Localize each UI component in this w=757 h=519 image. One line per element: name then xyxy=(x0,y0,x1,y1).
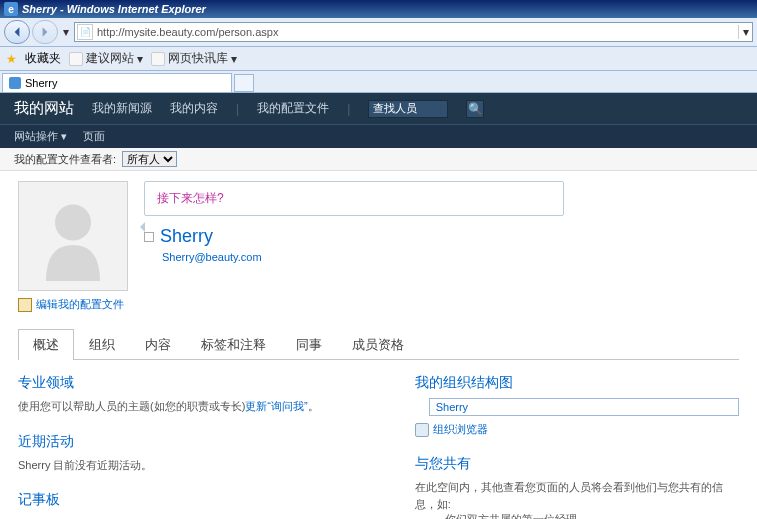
profile-content: 编辑我的配置文件 接下来怎样? Sherry Sherry@beauty.com… xyxy=(0,171,757,519)
favorites-star-icon[interactable]: ★ xyxy=(6,52,17,66)
filter-label: 我的配置文件查看者: xyxy=(14,152,116,167)
profile-tabs: 概述 组织 内容 标签和注释 同事 成员资格 xyxy=(18,328,739,360)
folder-icon xyxy=(69,52,83,66)
profile-email-link[interactable]: Sherry@beauty.com xyxy=(162,251,262,263)
window-titlebar: e Sherry - Windows Internet Explorer xyxy=(0,0,757,18)
slice-icon xyxy=(151,52,165,66)
tab-colleagues[interactable]: 同事 xyxy=(281,329,337,360)
favorites-bar: ★ 收藏夹 建议网站 ▾ 网页快讯库 ▾ xyxy=(0,47,757,71)
recent-heading: 近期活动 xyxy=(18,433,375,451)
browser-tab[interactable]: Sherry xyxy=(2,73,232,92)
separator: | xyxy=(236,102,239,116)
in-common-text: 在此空间内，其他查看您页面的人员将会看到他们与您共有的信息，如: xyxy=(415,479,739,512)
nav-newsfeed[interactable]: 我的新闻源 xyxy=(92,100,152,117)
suggested-sites-link[interactable]: 建议网站 ▾ xyxy=(69,50,143,67)
profile-name: Sherry xyxy=(144,226,739,247)
people-search-input[interactable] xyxy=(368,100,448,118)
url-input[interactable] xyxy=(95,24,738,40)
expertise-section: 专业领域 使用您可以帮助人员的主题(如您的职责或专长)更新“询问我”。 xyxy=(18,374,375,415)
new-tab-button[interactable] xyxy=(234,74,254,92)
list-item: 你们双方共属的第一位经理 xyxy=(445,512,739,519)
search-button[interactable]: 🔍 xyxy=(466,100,484,118)
org-browser-icon xyxy=(415,423,429,437)
ie-icon: e xyxy=(4,2,18,16)
tab-content[interactable]: 内容 xyxy=(130,329,186,360)
page-menu[interactable]: 页面 xyxy=(83,129,105,144)
edit-profile-link[interactable]: 编辑我的配置文件 xyxy=(36,297,124,312)
orgchart-heading: 我的组织结构图 xyxy=(415,374,739,392)
status-bubble[interactable]: 接下来怎样? xyxy=(144,181,564,216)
orgchart-self[interactable]: Sherry xyxy=(429,398,739,416)
svg-point-0 xyxy=(55,205,91,241)
browser-navbar: ▾ 📄 ▾ xyxy=(0,18,757,47)
profile-viewer-filter: 我的配置文件查看者: 所有人 xyxy=(0,148,757,171)
noteboard-section: 记事板 xyxy=(18,491,375,509)
favorites-label[interactable]: 收藏夹 xyxy=(25,50,61,67)
site-actions-menu[interactable]: 网站操作 ▾ xyxy=(14,129,67,144)
recent-text: Sherry 目前没有近期活动。 xyxy=(18,457,375,474)
tab-organization[interactable]: 组织 xyxy=(74,329,130,360)
browser-tabstrip: Sherry xyxy=(0,71,757,93)
site-title[interactable]: 我的网站 xyxy=(14,99,74,118)
tab-overview[interactable]: 概述 xyxy=(18,329,74,360)
tab-favicon xyxy=(9,77,21,89)
presence-icon xyxy=(144,232,154,242)
web-slice-link[interactable]: 网页快讯库 ▾ xyxy=(151,50,237,67)
window-title: Sherry - Windows Internet Explorer xyxy=(22,3,206,15)
nav-content[interactable]: 我的内容 xyxy=(170,100,218,117)
expertise-heading: 专业领域 xyxy=(18,374,375,392)
page-icon: 📄 xyxy=(77,24,93,40)
update-ask-me-link[interactable]: 更新“询问我” xyxy=(245,400,307,412)
nav-profile[interactable]: 我的配置文件 xyxy=(257,100,329,117)
person-silhouette-icon xyxy=(28,191,118,281)
edit-icon xyxy=(18,298,32,312)
forward-button[interactable] xyxy=(32,20,58,44)
recent-activity-section: 近期活动 Sherry 目前没有近期活动。 xyxy=(18,433,375,474)
avatar xyxy=(18,181,128,291)
noteboard-heading: 记事板 xyxy=(18,491,375,509)
nav-history-dropdown[interactable]: ▾ xyxy=(60,25,72,39)
tab-tags-notes[interactable]: 标签和注释 xyxy=(186,329,281,360)
org-browser-link[interactable]: 组织浏览器 xyxy=(433,422,488,437)
back-button[interactable] xyxy=(4,20,30,44)
viewer-select[interactable]: 所有人 xyxy=(122,151,177,167)
separator: | xyxy=(347,102,350,116)
tab-title: Sherry xyxy=(25,77,57,89)
tab-memberships[interactable]: 成员资格 xyxy=(337,329,419,360)
site-subribbon: 网站操作 ▾ 页面 xyxy=(0,124,757,148)
in-common-section: 与您共有 在此空间内，其他查看您页面的人员将会看到他们与您共有的信息，如: 你们… xyxy=(415,455,739,519)
address-dropdown[interactable]: ▾ xyxy=(738,25,752,39)
address-bar[interactable]: 📄 ▾ xyxy=(74,22,753,42)
site-ribbon: 我的网站 我的新闻源 我的内容 | 我的配置文件 | 🔍 xyxy=(0,93,757,124)
orgchart-section: 我的组织结构图 Sherry 组织浏览器 xyxy=(415,374,739,437)
in-common-heading: 与您共有 xyxy=(415,455,739,473)
